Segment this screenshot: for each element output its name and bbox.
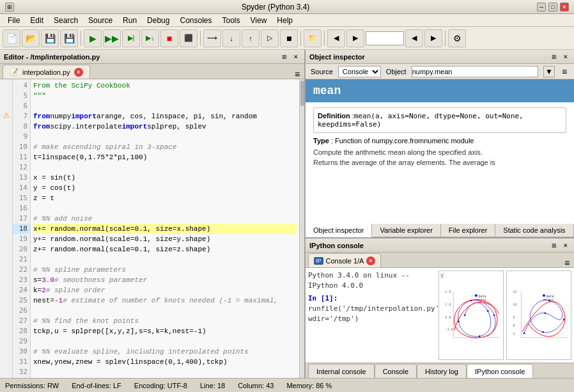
settings-btn[interactable]: ⚙ [448,29,466,47]
console-tab-label: Console 1/A [326,257,364,265]
svg-text:-1.0: -1.0 [445,328,453,332]
run-btn[interactable]: ▶ [84,29,102,47]
line-num: 8 [13,122,30,132]
svg-point-12 [475,294,477,297]
menu-debug[interactable]: Debug [142,15,175,26]
tab-variable-explorer[interactable]: Variable explorer [372,224,440,237]
code-line: # make ascending spiral in 3-space [33,142,297,152]
next-cursor-btn[interactable]: ▶ [346,29,364,47]
console-text: Python 3.4.0 on linux -- IPython 4.0.0 I… [308,270,436,360]
save-file-btn[interactable]: 💾 [41,29,59,47]
code-line [33,101,297,111]
console-opts-btn[interactable]: ≡ [562,258,571,267]
object-input[interactable] [412,66,538,77]
run-selection-btn[interactable]: ▶▶ [103,29,121,47]
source-select[interactable]: Console [338,66,381,77]
console-area[interactable]: Python 3.4.0 on linux -- IPython 4.0.0 I… [306,268,574,363]
step-btn[interactable]: ⟶ [203,29,221,47]
obj-title-bar: mean [306,79,574,102]
find-prev-btn[interactable]: ◀ [405,29,423,47]
editor-pane: Editor - /tmp/interpolation.py ⊞ ✕ 📝 int… [0,50,306,378]
menu-run[interactable]: Run [118,15,142,26]
menu-tools[interactable]: Tools [217,15,245,26]
type-colon: : [329,137,335,145]
editor-tab-close[interactable]: ✕ [74,68,83,77]
code-line: # %% find the knot points [33,316,297,326]
step-into-btn[interactable]: ↓ [222,29,240,47]
code-line: y = cos(t) [33,183,297,193]
stop-debug-btn[interactable]: ⏹ [280,29,298,47]
obj-inspector-close-btn[interactable]: ✕ [561,52,570,61]
menu-consoles[interactable]: Consoles [175,15,217,26]
line-num: 12 [13,162,30,173]
debug-btn[interactable]: ⬛ [180,29,198,47]
menu-view[interactable]: View [245,15,272,26]
open-file-btn[interactable]: 📂 [22,29,40,47]
ipython-options-btn[interactable]: ⊞ [550,241,559,250]
stop-btn[interactable]: ■ [160,29,178,47]
editor-options-btn2[interactable]: ≡ [293,70,302,79]
window-controls-left: ⊞ [5,3,14,12]
editor-controls: ⊞ ✕ [280,52,300,61]
tab-console[interactable]: Console [375,364,417,378]
run-cell-advance-btn[interactable]: ▶↓ [141,29,159,47]
tab-file-explorer[interactable]: File explorer [441,224,496,237]
tab-static-code-analysis[interactable]: Static code analysis [495,224,573,237]
code-line: From the SciPy Cookbook [33,81,297,91]
tab-ipython-console[interactable]: IPython console [467,364,533,378]
line-num: 9 [13,132,30,142]
console-1a-tab[interactable]: IP Console 1/A ✕ [308,253,381,267]
obj-inspector-title: Object inspector [309,53,365,61]
line-num: 15 [13,193,30,203]
step-out-btn[interactable]: ↑ [242,29,260,47]
tab-internal-console[interactable]: Internal console [308,364,375,378]
set-working-dir-btn[interactable]: 📁 [304,29,322,47]
chart-y-label: y [440,272,444,279]
menu-source[interactable]: Source [83,15,118,26]
close-btn[interactable]: ✕ [560,3,569,12]
system-menu-btn[interactable]: ⊞ [5,3,14,12]
editor-options-btn[interactable]: ⊞ [280,52,289,61]
run-cell-btn[interactable]: ▶| [122,29,140,47]
object-search-btn[interactable]: ▼ [543,66,555,77]
ipython-close-btn[interactable]: ✕ [561,241,570,250]
console-tab-bar: IP Console 1/A ✕ ≡ [306,253,574,268]
line-num: 27 [13,316,30,326]
code-content[interactable]: From the SciPy Cookbook """ from numpy i… [31,79,299,378]
save-all-btn[interactable]: 💾 [60,29,78,47]
console-tab-close[interactable]: ✕ [366,256,375,265]
console-charts: y 1.5 1.0 0.0 -1.0 [438,270,571,360]
code-line [33,203,297,214]
new-file-btn[interactable]: 📄 [3,29,20,47]
tab-history-log[interactable]: History log [417,364,467,378]
line-num: 10 [13,142,30,152]
menu-help[interactable]: Help [272,15,298,26]
code-scrollbar[interactable] [299,79,304,378]
editor-tab[interactable]: 📝 interpolation.py ✕ [3,65,90,79]
code-line: import pylab [33,377,297,378]
toolbar-sep-2 [200,31,201,46]
maximize-btn[interactable]: □ [548,3,557,12]
obj-inspector-controls: ⊞ ✕ [550,52,570,61]
menu-search[interactable]: Search [49,15,83,26]
continue-btn[interactable]: ▷ [261,29,279,47]
warning-icon-line7: ⚠ [0,110,12,120]
find-next-btn[interactable]: ▶ [424,29,442,47]
status-encoding: Encoding: UTF-8 [134,382,187,389]
find-input[interactable] [366,31,404,45]
editor-tab-icon: 📝 [10,68,19,76]
obj-opts-btn[interactable]: ≡ [560,67,569,76]
menu-file[interactable]: File [3,15,25,26]
prev-cursor-btn[interactable]: ◀ [327,29,345,47]
menu-edit[interactable]: Edit [25,15,49,26]
editor-close-btn[interactable]: ✕ [291,52,300,61]
status-line-endings: End-of-lines: LF [72,382,121,389]
code-area[interactable]: ⚠ 4 5 6 7 8 9 10 11 [0,79,304,378]
tab-object-inspector[interactable]: Object inspector [306,224,372,237]
scrollbar-thumb[interactable] [300,81,304,106]
obj-inspector-options-btn[interactable]: ⊞ [550,52,559,61]
minimize-btn[interactable]: ─ [537,3,546,12]
chart-zy: 12 10 8 6 4 [506,270,571,360]
ipython-title: IPython console [309,242,364,249]
code-line: s=3.0 # smoothness parameter [33,275,297,285]
